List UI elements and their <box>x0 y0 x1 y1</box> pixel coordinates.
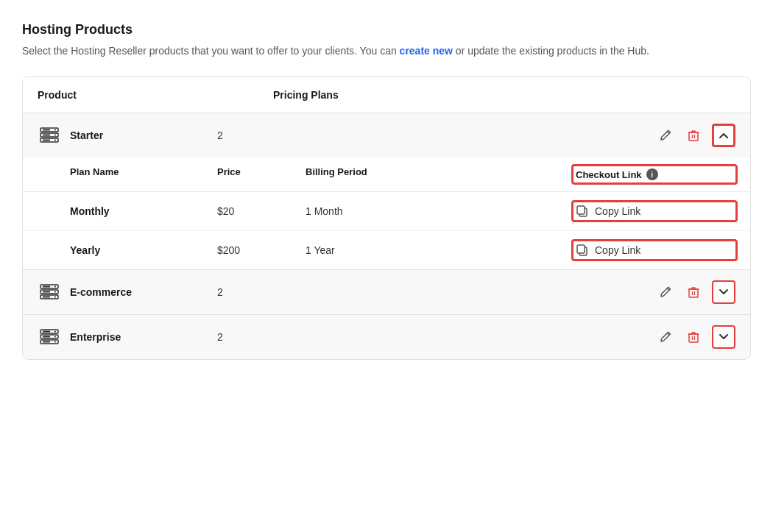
product-plans-count-ecommerce: 2 <box>217 286 656 298</box>
product-plans-count-starter: 2 <box>217 130 656 141</box>
expand-button-enterprise[interactable] <box>712 325 735 349</box>
page-description: Select the Hosting Reseller products tha… <box>22 43 751 59</box>
svg-rect-7 <box>43 135 50 136</box>
product-main-enterprise: Enterprise 2 <box>23 315 750 359</box>
plan-name-monthly: Monthly <box>70 205 217 217</box>
svg-rect-13 <box>577 245 585 253</box>
product-name-starter: Starter <box>70 130 217 141</box>
expand-button-starter[interactable] <box>712 124 735 147</box>
svg-point-3 <box>54 130 56 131</box>
svg-point-29 <box>54 341 56 343</box>
copy-link-label-monthly: Copy Link <box>595 205 640 217</box>
pricing-plans-column-header: Pricing Plans <box>273 89 735 101</box>
svg-point-4 <box>54 135 56 136</box>
svg-rect-6 <box>43 130 50 131</box>
product-row-starter: Starter 2 <box>23 113 750 270</box>
product-icon-enterprise <box>38 330 61 344</box>
product-actions-starter <box>656 124 735 147</box>
delete-button-starter[interactable] <box>684 126 703 145</box>
checkout-link-monthly: Copy Link <box>571 200 738 222</box>
copy-link-button-monthly[interactable]: Copy Link <box>576 205 640 218</box>
svg-rect-21 <box>43 291 50 293</box>
product-row-ecommerce: E-commerce 2 <box>23 270 750 315</box>
plan-name-header: Plan Name <box>70 166 217 182</box>
svg-rect-20 <box>43 286 50 288</box>
products-table: Product Pricing Plans Starter 2 <box>22 77 751 360</box>
copy-link-label-yearly: Copy Link <box>595 244 640 256</box>
plan-period-monthly: 1 Month <box>306 205 573 217</box>
plan-period-yearly: 1 Year <box>306 244 573 256</box>
product-actions-enterprise <box>656 325 735 349</box>
svg-rect-32 <box>43 341 50 343</box>
product-main-ecommerce: E-commerce 2 <box>23 270 750 314</box>
product-main-starter: Starter 2 <box>23 113 750 157</box>
edit-button-enterprise[interactable] <box>656 327 675 347</box>
delete-button-ecommerce[interactable] <box>684 283 703 302</box>
svg-rect-30 <box>43 331 50 333</box>
svg-rect-11 <box>577 206 585 214</box>
plan-price-yearly: $200 <box>217 244 306 256</box>
checkout-link-info-icon[interactable]: i <box>646 169 658 180</box>
plan-row-monthly: Monthly $20 1 Month Copy Link <box>23 192 750 231</box>
svg-rect-9 <box>689 132 698 141</box>
product-name-ecommerce: E-commerce <box>70 286 217 298</box>
edit-button-starter[interactable] <box>656 126 675 145</box>
product-row-enterprise: Enterprise 2 <box>23 315 750 359</box>
price-header: Price <box>217 166 306 182</box>
svg-point-19 <box>54 297 56 298</box>
checkout-link-header: Checkout Link i <box>571 164 738 185</box>
edit-button-ecommerce[interactable] <box>656 283 675 302</box>
plans-header: Plan Name Price Billing Period Checkout … <box>23 157 750 192</box>
page-title: Hosting Products <box>22 22 751 38</box>
create-new-link[interactable]: create new <box>400 45 453 57</box>
copy-link-button-yearly[interactable]: Copy Link <box>576 244 640 257</box>
svg-point-28 <box>54 336 56 338</box>
copy-icon-yearly <box>576 244 589 257</box>
plan-row-yearly: Yearly $200 1 Year Copy Link <box>23 231 750 269</box>
copy-icon-monthly <box>576 205 589 218</box>
product-plans-count-enterprise: 2 <box>217 331 656 343</box>
svg-rect-23 <box>689 289 698 297</box>
svg-point-18 <box>54 291 56 293</box>
svg-point-27 <box>54 331 56 333</box>
product-actions-ecommerce <box>656 280 735 304</box>
product-name-enterprise: Enterprise <box>70 331 217 343</box>
svg-rect-31 <box>43 336 50 338</box>
product-icon-ecommerce <box>38 285 61 299</box>
plans-table-starter: Plan Name Price Billing Period Checkout … <box>23 157 750 269</box>
product-column-header: Product <box>38 89 273 101</box>
product-icon-starter <box>38 128 61 143</box>
svg-rect-8 <box>43 140 50 141</box>
plan-name-yearly: Yearly <box>70 244 217 256</box>
svg-point-17 <box>54 286 56 288</box>
svg-rect-33 <box>689 334 698 342</box>
svg-point-5 <box>54 140 56 141</box>
expand-button-ecommerce[interactable] <box>712 280 735 304</box>
plan-price-monthly: $20 <box>217 205 306 217</box>
billing-period-header: Billing Period <box>306 166 573 182</box>
checkout-link-yearly: Copy Link <box>571 239 738 261</box>
svg-rect-22 <box>43 297 50 298</box>
table-header: Product Pricing Plans <box>23 77 750 113</box>
delete-button-enterprise[interactable] <box>684 327 703 347</box>
